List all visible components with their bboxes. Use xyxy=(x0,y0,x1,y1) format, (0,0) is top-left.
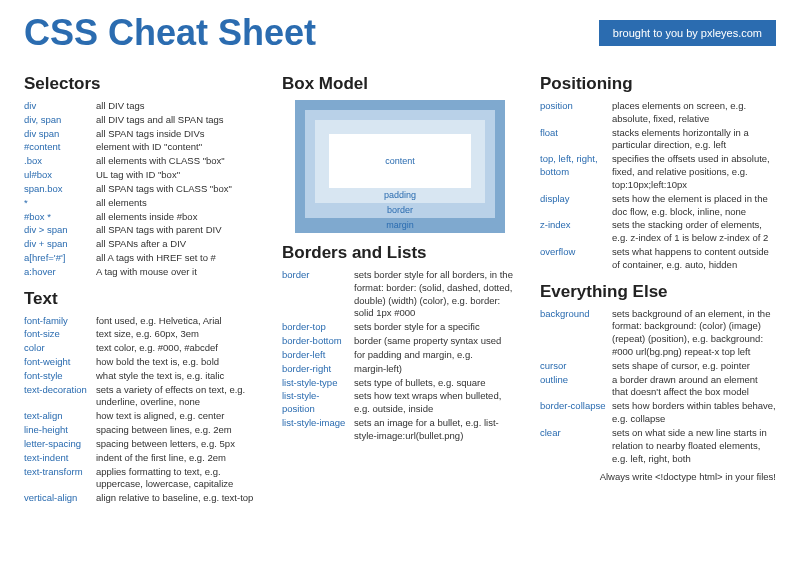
definition-row: .boxall elements with CLASS "box" xyxy=(24,155,260,168)
content-columns: Selectors divall DIV tagsdiv, spanall DI… xyxy=(0,60,800,514)
description: all SPAN tags with CLASS "box" xyxy=(96,183,260,196)
term: letter-spacing xyxy=(24,438,96,451)
description: sets the stacking order of elements, e.g… xyxy=(612,219,776,245)
header: CSS Cheat Sheet brought to you by pxleye… xyxy=(0,0,800,60)
definition-row: border-collapsesets how borders within t… xyxy=(540,400,776,426)
definition-row: a[href='#']all A tags with HREF set to # xyxy=(24,252,260,265)
description: text size, e.g. 60px, 3em xyxy=(96,328,260,341)
description: how text is aligned, e.g. center xyxy=(96,410,260,423)
description: text color, e.g. #000, #abcdef xyxy=(96,342,260,355)
term: outline xyxy=(540,374,612,387)
description: all SPAN tags inside DIVs xyxy=(96,128,260,141)
description: all elements xyxy=(96,197,260,210)
definition-row: line-heightspacing between lines, e.g. 2… xyxy=(24,424,260,437)
term: font-family xyxy=(24,315,96,328)
description: sets on what side a new line starts in r… xyxy=(612,427,776,465)
term: font-style xyxy=(24,370,96,383)
section-positioning: positionplaces elements on screen, e.g. … xyxy=(540,100,776,272)
definition-row: border-rightmargin-left) xyxy=(282,363,518,376)
description: sets how the element is placed in the do… xyxy=(612,193,776,219)
description: indent of the first line, e.g. 2em xyxy=(96,452,260,465)
section-title-text: Text xyxy=(24,289,260,309)
definition-row: text-indentindent of the first line, e.g… xyxy=(24,452,260,465)
description: applies formatting to text, e.g. upperca… xyxy=(96,466,260,492)
description: align relative to baseline, e.g. text-to… xyxy=(96,492,260,505)
description: all SPANs after a DIV xyxy=(96,238,260,251)
description: places elements on screen, e.g. absolute… xyxy=(612,100,776,126)
definition-row: #contentelement with ID "content" xyxy=(24,141,260,154)
description: all DIV tags xyxy=(96,100,260,113)
column-2: Box Model content padding border margin … xyxy=(282,64,518,506)
term: text-indent xyxy=(24,452,96,465)
description: how bold the text is, e.g. bold xyxy=(96,356,260,369)
term: background xyxy=(540,308,612,321)
section-title-borders: Borders and Lists xyxy=(282,243,518,263)
term: list-style-position xyxy=(282,390,354,416)
definition-row: text-transformapplies formatting to text… xyxy=(24,466,260,492)
definition-row: clearsets on what side a new line starts… xyxy=(540,427,776,465)
term: border-top xyxy=(282,321,354,334)
term: div span xyxy=(24,128,96,141)
description: spacing between letters, e.g. 5px xyxy=(96,438,260,451)
definition-row: list-style-imagesets an image for a bull… xyxy=(282,417,518,443)
term: border-bottom xyxy=(282,335,354,348)
definition-row: outlinea border drawn around an element … xyxy=(540,374,776,400)
term: color xyxy=(24,342,96,355)
definition-row: #box *all elements inside #box xyxy=(24,211,260,224)
term: #box * xyxy=(24,211,96,224)
credit-badge: brought to you by pxleyes.com xyxy=(599,20,776,46)
term: border xyxy=(282,269,354,282)
term: div > span xyxy=(24,224,96,237)
description: sets border style for all borders, in th… xyxy=(354,269,518,320)
term: font-weight xyxy=(24,356,96,369)
definition-row: font-stylewhat style the text is, e.g. i… xyxy=(24,370,260,383)
section-title-everything: Everything Else xyxy=(540,282,776,302)
description: UL tag with ID "box" xyxy=(96,169,260,182)
page-title: CSS Cheat Sheet xyxy=(24,12,316,54)
definition-row: vertical-alignalign relative to baseline… xyxy=(24,492,260,505)
definition-row: font-weighthow bold the text is, e.g. bo… xyxy=(24,356,260,369)
box-model-diagram: content padding border margin xyxy=(282,100,518,233)
definition-row: text-alignhow text is aligned, e.g. cent… xyxy=(24,410,260,423)
term: ul#box xyxy=(24,169,96,182)
description: all DIV tags and all SPAN tags xyxy=(96,114,260,127)
footer-note: Always write <!doctype html> in your fil… xyxy=(540,471,776,482)
definition-row: border-bottomborder (same property synta… xyxy=(282,335,518,348)
term: a:hover xyxy=(24,266,96,279)
definition-row: border-leftfor padding and margin, e.g. xyxy=(282,349,518,362)
term: clear xyxy=(540,427,612,440)
definition-row: colortext color, e.g. #000, #abcdef xyxy=(24,342,260,355)
definition-row: text-decorationsets a variety of effects… xyxy=(24,384,260,410)
description: a border drawn around an element that do… xyxy=(612,374,776,400)
description: for padding and margin, e.g. xyxy=(354,349,518,362)
description: font used, e.g. Helvetica, Arial xyxy=(96,315,260,328)
definition-row: list-style-positionsets how text wraps w… xyxy=(282,390,518,416)
section-selectors: divall DIV tagsdiv, spanall DIV tags and… xyxy=(24,100,260,279)
term: list-style-image xyxy=(282,417,354,430)
term: float xyxy=(540,127,612,140)
definition-row: font-sizetext size, e.g. 60px, 3em xyxy=(24,328,260,341)
definition-row: div > spanall SPAN tags with parent DIV xyxy=(24,224,260,237)
section-title-selectors: Selectors xyxy=(24,74,260,94)
definition-row: ul#boxUL tag with ID "box" xyxy=(24,169,260,182)
term: * xyxy=(24,197,96,210)
term: text-align xyxy=(24,410,96,423)
box-model-padding: content padding xyxy=(315,120,485,203)
section-title-positioning: Positioning xyxy=(540,74,776,94)
definition-row: div spanall SPAN tags inside DIVs xyxy=(24,128,260,141)
definition-row: top, left, right, bottomspecifies the of… xyxy=(540,153,776,191)
definition-row: backgroundsets background of an element,… xyxy=(540,308,776,359)
description: sets background of an element, in the fo… xyxy=(612,308,776,359)
definition-row: letter-spacingspacing between letters, e… xyxy=(24,438,260,451)
term: border-right xyxy=(282,363,354,376)
section-everything: backgroundsets background of an element,… xyxy=(540,308,776,466)
column-1: Selectors divall DIV tagsdiv, spanall DI… xyxy=(24,64,260,506)
definition-row: font-familyfont used, e.g. Helvetica, Ar… xyxy=(24,315,260,328)
description: sets type of bullets, e.g. square xyxy=(354,377,518,390)
term: border-collapse xyxy=(540,400,612,413)
section-text: font-familyfont used, e.g. Helvetica, Ar… xyxy=(24,315,260,505)
box-model-padding-label: padding xyxy=(329,188,471,201)
definition-row: span.boxall SPAN tags with CLASS "box" xyxy=(24,183,260,196)
description: all elements inside #box xyxy=(96,211,260,224)
description: element with ID "content" xyxy=(96,141,260,154)
